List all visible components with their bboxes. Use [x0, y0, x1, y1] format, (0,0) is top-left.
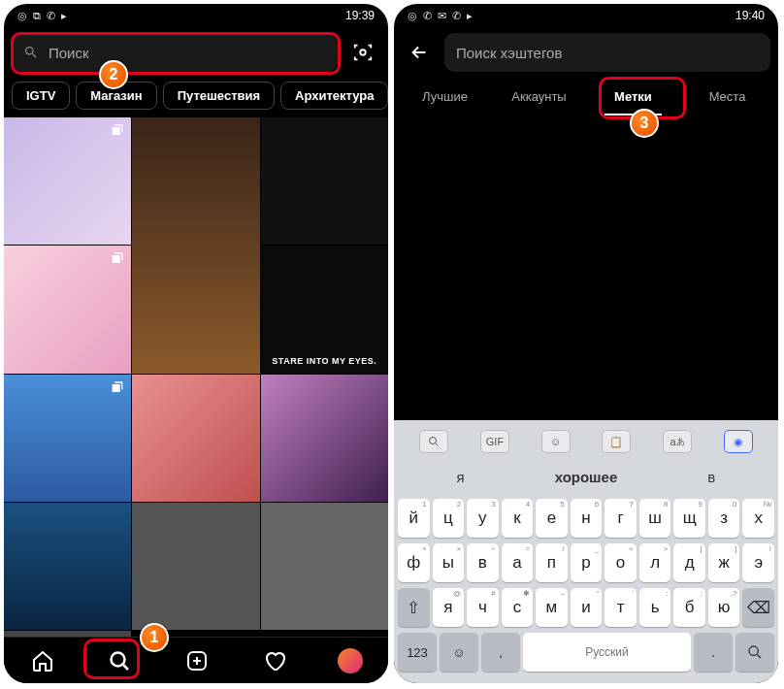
key-emoji[interactable]: ☺ [440, 633, 478, 672]
clock: 19:39 [345, 9, 375, 22]
viber-icon: ✆ [47, 10, 55, 22]
key-л[interactable]: л> [639, 543, 671, 582]
searchbar-row: Поиск [4, 27, 388, 78]
key-я[interactable]: я@ [433, 588, 465, 627]
bottom-nav [4, 637, 388, 683]
viber-icon: ✆ [452, 10, 461, 22]
grid-tile[interactable] [132, 503, 259, 630]
key-г[interactable]: г7 [604, 499, 637, 538]
svg-point-4 [749, 646, 758, 655]
key-б[interactable]: б; [673, 588, 705, 627]
suggestion[interactable]: в [649, 461, 774, 493]
scan-button[interactable] [345, 35, 380, 70]
key-а[interactable]: а= [502, 543, 534, 582]
key-м[interactable]: м– [536, 588, 568, 627]
tab-tags[interactable]: Метки [586, 78, 680, 115]
key-в[interactable]: в÷ [467, 543, 499, 582]
key-й[interactable]: й1 [398, 499, 430, 538]
key-о[interactable]: о< [604, 543, 637, 582]
nav-add[interactable] [183, 647, 211, 674]
tab-places[interactable]: Места [680, 78, 774, 115]
viber-icon: ✆ [423, 10, 432, 22]
kb-settings-button[interactable]: ◉ [724, 430, 753, 453]
key-ф[interactable]: ф+ [398, 543, 430, 582]
key-ц[interactable]: ц2 [433, 499, 465, 538]
grid-tile[interactable] [132, 117, 259, 374]
key-ж[interactable]: ж] [708, 543, 740, 582]
keyboard: GIF ☺ 📋 aあ ◉ я хорошее в й1ц2у3к4е5н6г7ш… [394, 420, 778, 683]
key-comma[interactable]: , [481, 633, 520, 672]
carousel-icon [110, 380, 125, 396]
chip-travel[interactable]: Путешествия [163, 82, 275, 110]
grid-tile[interactable] [4, 503, 131, 630]
instagram-icon: ◎ [408, 10, 417, 22]
search-tabs: Лучшие Аккаунты Метки Места [394, 78, 778, 115]
key-с[interactable]: с✱ [502, 588, 534, 627]
search-input[interactable]: Поиск хэштегов [444, 33, 770, 72]
phone-left: ◎ ⧉ ✆ ▸ 19:39 Поиск IGTV Магазин Путешес… [4, 4, 388, 683]
suggestion[interactable]: хорошее [523, 461, 648, 493]
key-space[interactable]: Русский [523, 633, 691, 672]
grid-tile[interactable] [132, 375, 259, 502]
key-щ[interactable]: щ9 [673, 499, 705, 538]
kb-gif-button[interactable]: GIF [480, 430, 509, 453]
key-п[interactable]: п/ [536, 543, 568, 582]
key-123[interactable]: 123 [398, 633, 437, 672]
search-input[interactable]: Поиск [12, 33, 338, 72]
kb-translate-button[interactable]: aあ [663, 430, 692, 453]
nav-search[interactable] [106, 647, 133, 674]
kb-clipboard-button[interactable]: 📋 [602, 430, 631, 453]
key-ь[interactable]: ь: [639, 588, 671, 627]
chip-architecture[interactable]: Архитектура [280, 82, 388, 110]
explore-grid: STARE INTO MY EYES. [4, 117, 388, 637]
chip-igtv[interactable]: IGTV [12, 82, 70, 110]
grid-tile[interactable] [261, 503, 388, 630]
key-е[interactable]: е5 [536, 499, 568, 538]
grid-tile[interactable] [261, 375, 388, 502]
key-ч[interactable]: ч# [467, 588, 499, 627]
key-т[interactable]: т' [604, 588, 637, 627]
grid-tile[interactable] [4, 117, 131, 245]
marker-1: 1 [140, 623, 169, 652]
key-н[interactable]: н6 [571, 499, 603, 538]
key-backspace[interactable]: ⌫ [742, 588, 774, 627]
key-х[interactable]: х№ [742, 499, 774, 538]
kb-row-2: ф+ы×в÷а=п/р_о<л>д[ж]э! [398, 543, 774, 582]
carousel-icon [110, 251, 125, 267]
category-chips: IGTV Магазин Путешествия Архитектура [4, 78, 388, 117]
key-у[interactable]: у3 [467, 499, 499, 538]
kb-row-3: ⇧я@ч#с✱м–и"т'ь:б;ю,?⌫ [398, 588, 774, 627]
back-button[interactable] [402, 35, 437, 70]
svg-point-1 [112, 652, 125, 666]
grid-tile[interactable] [261, 117, 388, 245]
nav-home[interactable] [29, 647, 56, 674]
kb-sticker-button[interactable]: ☺ [541, 430, 571, 453]
key-period[interactable]: . [694, 633, 733, 672]
key-к[interactable]: к4 [502, 499, 534, 538]
kb-search-icon[interactable] [419, 430, 448, 453]
key-ы[interactable]: ы× [433, 543, 465, 582]
key-search[interactable] [735, 633, 774, 672]
key-з[interactable]: з0 [708, 499, 740, 538]
grid-tile[interactable] [4, 246, 131, 373]
key-shift[interactable]: ⇧ [398, 588, 430, 627]
mail-icon: ✉ [438, 10, 446, 22]
tab-top[interactable]: Лучшие [398, 78, 492, 115]
key-д[interactable]: д[ [673, 543, 705, 582]
key-ш[interactable]: ш8 [639, 499, 671, 538]
svg-point-3 [430, 438, 437, 444]
key-э[interactable]: э! [742, 543, 774, 582]
suggestion[interactable]: я [398, 461, 523, 493]
key-и[interactable]: и" [571, 588, 603, 627]
grid-tile[interactable] [4, 375, 131, 502]
search-placeholder: Поиск [49, 45, 89, 61]
statusbar: ◎ ✆ ✉ ✆ ▸ 19:40 [394, 4, 778, 27]
key-ю[interactable]: ю,? [708, 588, 740, 627]
nav-profile[interactable] [338, 648, 363, 673]
tab-accounts[interactable]: Аккаунты [492, 78, 586, 115]
grid-tile[interactable] [4, 631, 131, 637]
key-р[interactable]: р_ [571, 543, 603, 582]
marker-2: 2 [99, 60, 128, 89]
nav-activity[interactable] [261, 647, 288, 674]
grid-tile[interactable]: STARE INTO MY EYES. [261, 246, 388, 373]
